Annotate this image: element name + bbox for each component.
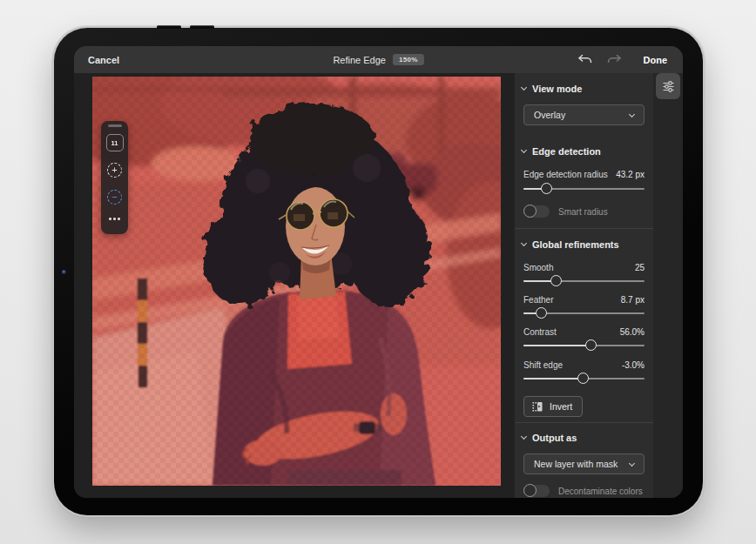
workspace: 11 + − View mode Overlay [74,73,683,498]
output-as-dropdown[interactable]: New layer with mask [523,453,645,474]
subtract-from-selection-icon[interactable]: − [107,190,122,205]
view-mode-selected: Overlay [534,110,565,120]
title-group: Refine Edge 150% [333,46,423,73]
output-as-selected: New layer with mask [534,459,618,469]
smart-radius-label: Smart radius [558,207,608,217]
sliders-icon [662,80,675,93]
panel-toggle-button[interactable] [656,73,680,99]
add-to-selection-icon[interactable]: + [107,163,122,178]
slider-knob[interactable] [577,373,589,384]
slider-knob[interactable] [585,339,597,351]
decontaminate-colors-toggle[interactable] [523,484,550,498]
done-button[interactable]: Done [644,55,668,65]
tool-palette: 11 + − [101,121,128,234]
feather-value: 8.7 px [621,295,645,305]
page-title: Refine Edge [333,55,386,65]
feather-slider[interactable] [523,307,645,319]
slider-knob[interactable] [550,275,562,286]
volume-button [190,26,214,29]
brush-size-button[interactable]: 11 [106,134,124,151]
shift-edge-slider[interactable] [523,373,645,384]
chevron-down-icon [629,460,635,466]
front-camera [62,270,66,274]
section-divider [515,422,653,423]
redo-icon[interactable] [607,54,623,66]
contrast-slider[interactable] [523,339,645,351]
smooth-slider[interactable] [523,275,645,286]
chevron-down-icon [629,111,635,117]
app-screen: Cancel Refine Edge 150% Done [74,46,683,498]
tablet-device: Cancel Refine Edge 150% Done [54,28,703,515]
zoom-level-badge[interactable]: 150% [393,54,424,65]
slider-knob[interactable] [541,183,552,194]
top-bar: Cancel Refine Edge 150% Done [74,46,683,73]
shift-edge-value: -3.0% [622,360,645,370]
section-divider [515,228,653,229]
output-as-header[interactable]: Output as [522,433,577,443]
right-edge-strip [653,73,683,498]
chevron-down-icon [521,240,527,246]
invert-icon [531,400,543,413]
undo-icon[interactable] [577,54,593,66]
edge-radius-value: 43.2 px [616,170,645,179]
invert-button[interactable]: Invert [523,396,583,417]
more-options-icon[interactable] [109,218,120,220]
edge-detection-header[interactable]: Edge detection [522,146,601,157]
decontaminate-colors-label: Decontaminate colors [558,487,643,496]
chevron-down-icon [521,433,527,440]
edge-radius-slider[interactable] [523,183,645,194]
edge-radius-row: Edge detection radius 43.2 px [523,170,645,179]
chevron-down-icon [521,84,527,91]
canvas-photo[interactable] [92,77,501,486]
cancel-button[interactable]: Cancel [88,46,119,73]
chevron-down-icon [521,147,527,153]
view-mode-header[interactable]: View mode [522,84,582,94]
palette-drag-handle[interactable] [108,124,122,127]
refine-edge-panel: View mode Overlay Edge detection Edge de… [515,73,653,498]
view-mode-dropdown[interactable]: Overlay [523,104,645,125]
contrast-value: 56.0% [620,327,645,337]
smooth-value: 25 [635,263,645,272]
volume-button [157,26,181,29]
slider-knob[interactable] [536,307,547,319]
smart-radius-toggle[interactable] [523,205,550,218]
global-refinements-header[interactable]: Global refinements [522,239,619,250]
